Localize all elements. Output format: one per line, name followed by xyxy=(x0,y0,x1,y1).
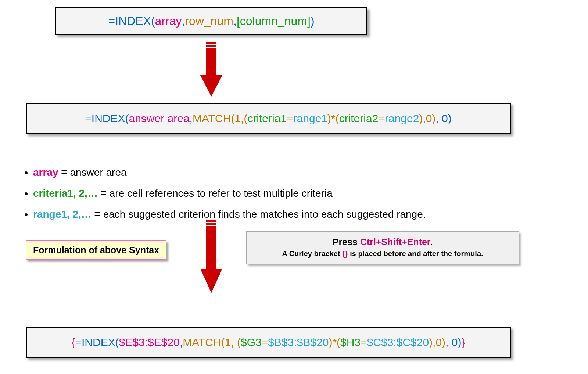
equals: = xyxy=(61,167,70,178)
formula-text: = xyxy=(361,336,367,349)
term-array: array xyxy=(33,167,58,178)
arg-range1: range1 xyxy=(293,112,327,125)
equals: = xyxy=(94,208,103,220)
formula-text: = xyxy=(262,336,268,349)
formula-text: (1,( xyxy=(231,112,247,125)
argument-definition-list: array = answer area criteria1, 2,… = are… xyxy=(18,163,426,226)
arg-row-num: row_num xyxy=(185,14,233,28)
hint-text: Press xyxy=(333,237,360,247)
svg-marker-7 xyxy=(200,269,222,293)
arg-array: array xyxy=(155,14,182,28)
formula-text: =INDEX( xyxy=(75,336,119,349)
keyboard-hint-box: Press Ctrl+Shift+Enter. A Curley bracket… xyxy=(246,231,519,264)
svg-marker-3 xyxy=(200,75,222,97)
braces: {} xyxy=(342,250,348,258)
formula-text: , 0) xyxy=(445,336,461,349)
equals: = xyxy=(101,188,110,199)
arg-criteria1: $G3 xyxy=(241,336,262,349)
formula-text: ),0) xyxy=(429,336,445,349)
hint-text: . xyxy=(430,237,433,247)
hint-text: is placed before and after the formula. xyxy=(348,250,483,258)
definition-text: answer area xyxy=(70,167,126,178)
hint-line-1: Press Ctrl+Shift+Enter. xyxy=(250,237,515,247)
label-text: Formulation of above Syntax xyxy=(33,245,159,255)
hint-line-2: A Curley bracket {} is placed before and… xyxy=(250,250,515,258)
svg-rect-2 xyxy=(206,48,216,77)
formula-text: =INDEX( xyxy=(108,14,155,28)
diagram-page: =INDEX( array , row_num , [column_num] )… xyxy=(0,0,588,374)
svg-rect-0 xyxy=(206,42,216,44)
fn-match: MATCH xyxy=(193,112,231,125)
list-item: array = answer area xyxy=(33,163,426,182)
arg-answer-area: answer area xyxy=(129,112,190,125)
definition-text: each suggested criterion finds the match… xyxy=(103,208,426,220)
arrow-down-icon xyxy=(200,220,222,294)
formula-text: )*( xyxy=(327,112,339,125)
formula-text: (1, ( xyxy=(221,336,241,349)
list-item: criteria1, 2,… = are cell references to … xyxy=(33,184,426,203)
formula-text: , xyxy=(190,112,193,125)
arg-range2: $C$3:$C$20 xyxy=(367,336,429,349)
syntax-box-index: =INDEX( array , row_num , [column_num] ) xyxy=(55,7,368,35)
formula-text: = xyxy=(378,112,385,125)
brace-close: } xyxy=(461,336,465,349)
formula-text: = xyxy=(287,112,293,125)
svg-rect-4 xyxy=(206,220,216,222)
arg-col-num: [column_num] xyxy=(237,14,311,28)
arg-range1: $B$3:$B$20 xyxy=(268,336,329,349)
arg-answer-area: $E$3:$E$20 xyxy=(119,336,180,349)
arg-criteria2: $H3 xyxy=(340,336,361,349)
svg-rect-1 xyxy=(206,45,216,47)
svg-rect-5 xyxy=(206,223,216,225)
brace-open: { xyxy=(71,336,75,349)
fn-match: MATCH xyxy=(183,336,221,349)
formula-text: , xyxy=(182,14,185,28)
formula-text: ),0) xyxy=(419,112,435,125)
formula-text: )*( xyxy=(329,336,340,349)
definition-text: are cell references to refer to test mul… xyxy=(110,188,333,199)
formula-text: , 0) xyxy=(435,112,451,125)
hint-text: A Curley bracket xyxy=(282,250,342,258)
formula-text: ) xyxy=(311,14,315,28)
svg-rect-6 xyxy=(206,226,216,270)
term-range: range1, 2,… xyxy=(33,208,92,220)
arg-criteria1: criteria1 xyxy=(247,112,287,125)
example-formula-box: { =INDEX( $E$3:$E$20 , MATCH (1, ( $G3 =… xyxy=(26,327,511,358)
arg-criteria2: criteria2 xyxy=(339,112,379,125)
arg-range2: range2 xyxy=(385,112,419,125)
keystroke: Ctrl+Shift+Enter xyxy=(360,237,430,247)
formula-text: , xyxy=(233,14,237,28)
term-criteria: criteria1, 2,… xyxy=(33,188,98,199)
formula-text: =INDEX( xyxy=(85,112,129,125)
list-item: range1, 2,… = each suggested criterion f… xyxy=(33,204,426,224)
formulation-label: Formulation of above Syntax xyxy=(26,240,166,260)
arrow-down-icon xyxy=(200,42,222,97)
syntax-box-index-match: =INDEX( answer area , MATCH (1,( criteri… xyxy=(26,103,511,134)
formula-text: , xyxy=(180,336,183,349)
